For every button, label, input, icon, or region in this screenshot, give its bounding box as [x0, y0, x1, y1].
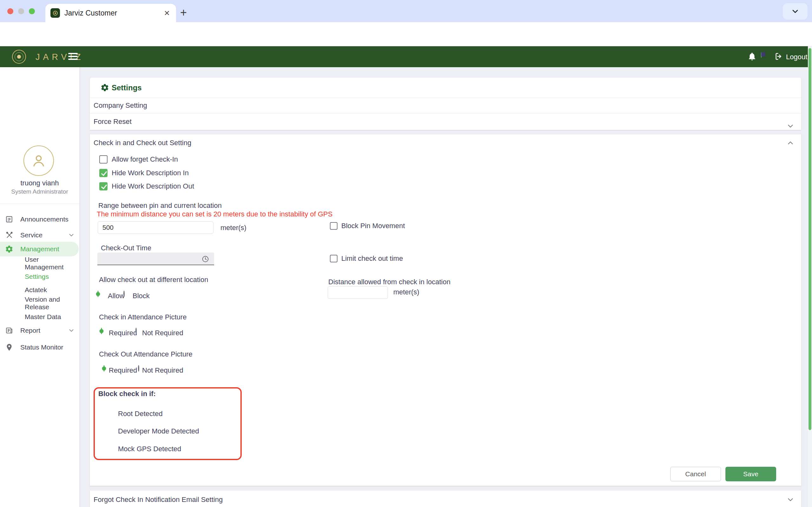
checkout-time-label: Check-Out Time: [101, 244, 151, 252]
radio-label: Not Required: [142, 366, 183, 375]
distance-allowed-input[interactable]: [328, 286, 388, 299]
sidebar-subitem-user-management[interactable]: User Management: [0, 257, 79, 270]
accordion-label: Check in and Check out Setting: [94, 139, 191, 147]
sidebar-subitem-settings[interactable]: Settings: [0, 270, 79, 283]
gear-icon: [101, 83, 109, 92]
sidebar-subitem-version-and-release[interactable]: Version and Release: [0, 296, 79, 310]
minimize-window-button[interactable]: [18, 8, 24, 14]
accordion-label: Company Setting: [94, 101, 147, 110]
close-window-button[interactable]: [7, 8, 13, 14]
checkout-picture-required-radio[interactable]: [103, 365, 105, 372]
chevron-up-icon[interactable]: [786, 139, 795, 147]
limit-checkout-time-checkbox[interactable]: [330, 255, 338, 262]
accordion-forgot-email-header[interactable]: Forgot Check In Notification Email Setti…: [90, 491, 801, 507]
checkin-picture-required-radio[interactable]: [101, 328, 102, 334]
cancel-button[interactable]: Cancel: [670, 467, 721, 481]
sidebar: truong vianh System Administrator Announ…: [0, 67, 79, 507]
checkin-picture-not-required-radio[interactable]: [136, 328, 137, 334]
tab-search-button[interactable]: [783, 3, 808, 20]
block-pin-movement-checkbox[interactable]: [330, 222, 338, 230]
divider: [0, 204, 79, 204]
page-title: Settings: [112, 83, 142, 92]
checkout-picture-not-required-radio[interactable]: [138, 365, 139, 372]
app-header: [0, 46, 812, 67]
sidebar-subitem-label: Settings: [25, 273, 49, 280]
map-pin-icon: [5, 343, 13, 351]
checkbox-label: Limit check out time: [341, 255, 403, 263]
language-flag-icon[interactable]: [761, 52, 762, 58]
radio-label: Not Required: [142, 329, 183, 337]
radio-label: Block: [133, 292, 150, 300]
zoom-window-button[interactable]: [29, 8, 35, 14]
accordion-force-reset[interactable]: Force Reset: [90, 113, 801, 130]
accordion-checkin-header[interactable]: Check in and Check out Setting: [90, 134, 801, 152]
sidebar-item-announcements[interactable]: Announcements: [0, 211, 79, 227]
tab-title: Jarviz Customer: [64, 9, 164, 17]
toggle-label: Developer Mode Detected: [118, 427, 199, 435]
range-unit-label: meter(s): [220, 224, 247, 232]
sidebar-item-label: Status Monitor: [20, 343, 79, 351]
different-location-label: Allow check out at different location: [99, 276, 208, 284]
announcements-icon: [5, 215, 13, 223]
sidebar-subitem-actatek[interactable]: Actatek: [0, 283, 79, 297]
checkbox-row-block-pin-movement: Block Pin Movement: [330, 222, 405, 230]
chevron-down-icon: [68, 327, 75, 334]
checkin-picture-label: Check in Attendance Picture: [99, 313, 187, 321]
browser-toolbar: jarvizweb.jarvizapp.com/dashborad/settin…: [0, 22, 812, 46]
sidebar-subitem-master-data[interactable]: Master Data: [0, 310, 79, 324]
logout-button[interactable]: Logout: [786, 53, 807, 61]
range-meters-input[interactable]: [98, 221, 213, 234]
logout-icon[interactable]: [774, 52, 783, 61]
block-radio[interactable]: [123, 291, 125, 297]
save-button[interactable]: Save: [725, 467, 776, 481]
radio-label: Required: [109, 329, 137, 337]
radio-label: Allow: [108, 292, 125, 300]
sidebar-item-service[interactable]: Service: [0, 227, 79, 243]
hide-work-description-out-checkbox[interactable]: [99, 182, 107, 190]
user-avatar: [23, 146, 54, 176]
sidebar-item-label: Service: [20, 231, 68, 239]
clock-icon[interactable]: [201, 255, 209, 263]
checkbox-label: Block Pin Movement: [341, 222, 405, 230]
accordion-forgot-checkin-email[interactable]: Forgot Check In Notification Email Setti…: [90, 491, 801, 507]
sidebar-item-management[interactable]: Management: [0, 242, 79, 257]
range-warning-text: The minimum distance you can set is 20 m…: [97, 210, 333, 218]
sidebar-item-label: Report: [20, 327, 68, 334]
checkout-picture-label: Check Out Attendance Picture: [99, 350, 193, 358]
hide-work-description-in-checkbox[interactable]: [99, 169, 107, 177]
block-checkin-label: Block check in if:: [98, 390, 156, 398]
sidebar-item-label: Announcements: [20, 216, 79, 223]
page-title-row: Settings: [90, 78, 801, 98]
site-favicon: [50, 8, 60, 18]
user-role: System Administrator: [0, 188, 79, 195]
checkbox-label: Hide Work Description In: [112, 169, 189, 177]
scrollbar-thumb[interactable]: [809, 48, 811, 430]
report-icon: [5, 326, 13, 335]
new-tab-button[interactable]: +: [180, 7, 187, 18]
distance-unit-label: meter(s): [393, 288, 419, 296]
accordion-label: Forgot Check In Notification Email Setti…: [94, 496, 223, 504]
accordion-label: Force Reset: [94, 118, 132, 126]
checkbox-row-hide-work-description-in: Hide Work Description In: [99, 169, 189, 177]
tab-close-icon[interactable]: ×: [164, 8, 170, 18]
checkbox-row-hide-work-description-out: Hide Work Description Out: [99, 182, 194, 190]
sidebar-item-report[interactable]: Report: [0, 323, 79, 338]
checkout-time-input[interactable]: [97, 252, 214, 265]
accordion-company-setting[interactable]: Company Setting: [90, 98, 801, 113]
chevron-down-icon[interactable]: [786, 496, 795, 504]
allow-forget-checkin-checkbox[interactable]: [99, 155, 107, 164]
browser-tabstrip: Jarviz Customer × +: [0, 0, 812, 22]
radio-label: Required: [109, 366, 137, 375]
browser-tab[interactable]: Jarviz Customer ×: [45, 4, 176, 22]
accordion-checkin-checkout: Check in and Check out Setting Allow for…: [90, 134, 801, 486]
menu-hamburger-icon[interactable]: [68, 53, 78, 60]
user-name: truong vianh: [0, 179, 79, 187]
checkbox-row-allow-forget-checkin: Allow forget Check-In: [99, 155, 178, 164]
chevron-down-icon: [791, 7, 800, 16]
settings-panel-header: Settings Company Setting Force Reset: [90, 78, 801, 130]
sidebar-item-status-monitor[interactable]: Status Monitor: [0, 339, 79, 355]
service-tools-icon: [5, 231, 13, 239]
notifications-bell-icon[interactable]: [747, 52, 757, 61]
checkbox-row-limit-checkout-time: Limit check out time: [330, 255, 403, 263]
allow-radio[interactable]: [97, 291, 99, 297]
